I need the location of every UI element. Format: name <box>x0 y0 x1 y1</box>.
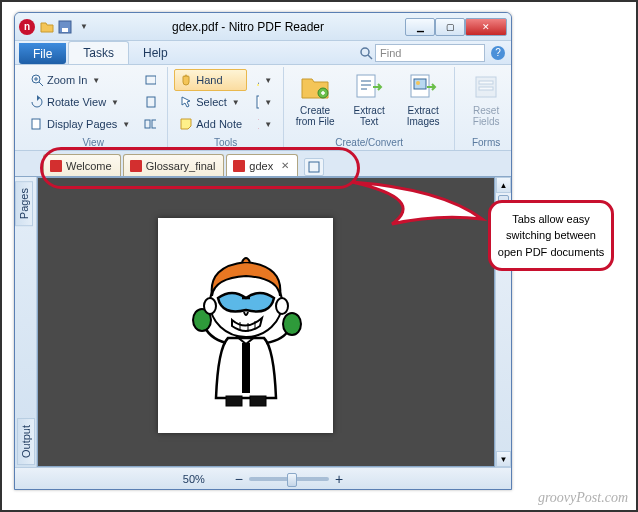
add-note-button[interactable]: Add Note <box>174 113 247 135</box>
reset-fields-button: Reset Fields <box>461 69 511 129</box>
highlight-button[interactable]: A▼ <box>251 69 277 91</box>
pdf-icon <box>50 160 62 172</box>
doc-tab-glossary[interactable]: Glossary_final <box>123 154 225 176</box>
ribbon-group-view: Zoom In▼ Rotate View▼ Display Pages▼ Vie… <box>19 67 168 150</box>
svg-point-31 <box>276 298 288 314</box>
svg-point-21 <box>416 81 420 85</box>
svg-rect-11 <box>145 120 150 128</box>
tab-help[interactable]: Help <box>129 41 182 64</box>
display-pages-button[interactable]: Display Pages▼ <box>25 113 135 135</box>
rotate-view-button[interactable]: Rotate View▼ <box>25 91 135 113</box>
svg-rect-20 <box>414 79 426 89</box>
svg-rect-1 <box>62 28 68 32</box>
svg-rect-23 <box>479 81 493 84</box>
type-text-button[interactable]: T▼ <box>251 91 277 113</box>
svg-rect-26 <box>242 343 250 393</box>
tab-tasks[interactable]: Tasks <box>68 41 129 64</box>
svg-rect-37 <box>250 396 266 406</box>
window-title: gdex.pdf - Nitro PDF Reader <box>91 20 405 34</box>
group-label-tools: Tools <box>174 135 277 148</box>
extract-images-button[interactable]: Extract Images <box>398 69 448 129</box>
ribbon-group-tools: Hand Select▼ Add Note A▼ T▼ ▼ Tools <box>168 67 284 150</box>
create-from-file-button[interactable]: Create from File <box>290 69 340 129</box>
svg-rect-8 <box>32 119 40 129</box>
fit-page-button[interactable] <box>139 91 161 113</box>
close-button[interactable]: ✕ <box>465 18 507 36</box>
group-label-forms: Forms <box>461 135 511 148</box>
extract-images-icon <box>407 71 439 103</box>
annotation-callout: Tabs allow easy switching between open P… <box>488 200 614 271</box>
content-area: Pages Output <box>15 177 511 467</box>
display-pages-icon <box>30 117 44 131</box>
select-tool-button[interactable]: Select▼ <box>174 91 247 113</box>
svg-rect-9 <box>146 76 156 84</box>
svg-point-28 <box>283 313 301 335</box>
svg-rect-36 <box>226 396 242 406</box>
extract-text-icon <box>353 71 385 103</box>
pages-panel-tab[interactable]: Pages <box>15 181 33 226</box>
svg-line-3 <box>368 55 372 59</box>
side-panel-left: Pages Output <box>15 177 37 467</box>
zoom-out-button[interactable]: − <box>235 471 243 487</box>
app-window: n ▼ gdex.pdf - Nitro PDF Reader ▁ ▢ ✕ Fi… <box>14 12 512 490</box>
watermark-text: groovyPost.com <box>538 490 628 506</box>
svg-point-30 <box>204 298 216 314</box>
search-icon <box>359 46 373 60</box>
stamp-button[interactable]: ▼ <box>251 113 277 135</box>
note-icon <box>179 117 193 131</box>
doc-tab-gdex[interactable]: gdex✕ <box>226 154 298 176</box>
zoom-in-icon <box>30 73 44 87</box>
callout-text: Tabs allow easy switching between open P… <box>498 213 604 258</box>
status-bar: 50% − + <box>15 467 511 489</box>
group-label-create: Create/Convert <box>290 135 448 148</box>
close-tab-icon[interactable]: ✕ <box>281 160 289 171</box>
zoom-value: 50% <box>183 473 205 485</box>
menu-strip: File Tasks Help Find ? <box>15 41 511 65</box>
save-icon[interactable] <box>57 19 73 35</box>
zoom-in-button[interactable]: Zoom In▼ <box>25 69 135 91</box>
extract-text-button[interactable]: Extract Text <box>344 69 394 129</box>
rotate-icon <box>30 95 44 109</box>
group-label-view: View <box>25 135 161 148</box>
scroll-up-button[interactable]: ▲ <box>496 177 511 193</box>
page-image <box>158 218 333 433</box>
hand-icon <box>179 73 193 87</box>
svg-rect-24 <box>479 87 493 90</box>
ribbon: Zoom In▼ Rotate View▼ Display Pages▼ Vie… <box>15 65 511 151</box>
open-icon[interactable] <box>39 19 55 35</box>
scroll-down-button[interactable]: ▼ <box>496 451 511 467</box>
help-icon[interactable]: ? <box>491 46 505 60</box>
two-page-button[interactable] <box>139 113 161 135</box>
doc-tab-welcome[interactable]: Welcome <box>43 154 121 176</box>
find-input[interactable]: Find <box>375 44 485 62</box>
new-tab-button[interactable] <box>304 158 324 176</box>
file-menu-button[interactable]: File <box>19 43 66 64</box>
qat-dropdown-icon[interactable]: ▼ <box>75 19 91 35</box>
svg-rect-25 <box>309 162 319 172</box>
document-tabs-row: Welcome Glossary_final gdex✕ <box>15 151 511 177</box>
zoom-slider[interactable] <box>249 477 329 481</box>
select-icon <box>179 95 193 109</box>
hand-tool-button[interactable]: Hand <box>174 69 247 91</box>
reset-fields-icon <box>470 71 502 103</box>
pdf-icon <box>130 160 142 172</box>
svg-point-2 <box>361 48 369 56</box>
titlebar: n ▼ gdex.pdf - Nitro PDF Reader ▁ ▢ ✕ <box>15 13 511 41</box>
pdf-viewer[interactable] <box>37 177 495 467</box>
svg-rect-15 <box>257 96 259 108</box>
svg-rect-10 <box>147 97 155 107</box>
svg-rect-12 <box>152 120 156 128</box>
app-icon: n <box>19 19 35 35</box>
minimize-button[interactable]: ▁ <box>405 18 435 36</box>
fit-width-button[interactable] <box>139 69 161 91</box>
pdf-icon <box>233 160 245 172</box>
svg-line-5 <box>39 82 43 86</box>
folder-create-icon <box>299 71 331 103</box>
zoom-in-button[interactable]: + <box>335 471 343 487</box>
quick-access-toolbar: ▼ <box>39 19 91 35</box>
maximize-button[interactable]: ▢ <box>435 18 465 36</box>
svg-rect-14 <box>257 84 259 86</box>
svg-rect-18 <box>357 75 375 97</box>
pdf-page <box>158 218 333 433</box>
output-panel-tab[interactable]: Output <box>17 418 35 465</box>
